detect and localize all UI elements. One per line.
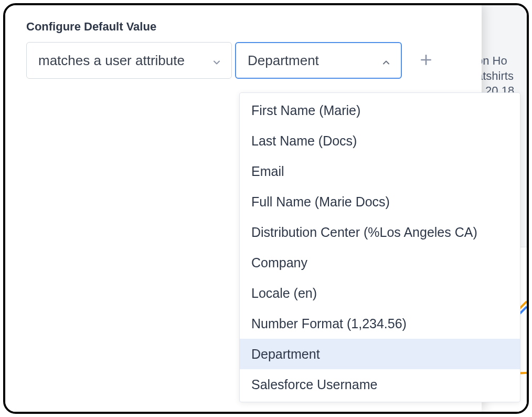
controls-row: matches a user attribute Department <box>26 42 461 79</box>
plus-icon <box>419 53 433 68</box>
dropdown-item[interactable]: Last Name (Docs) <box>240 126 520 156</box>
dropdown-item[interactable]: Department <box>240 339 520 369</box>
window-frame: on Ho atshirts s 20.18 ees 81 s 19 Confi… <box>3 3 529 414</box>
dropdown-item[interactable]: Number Format (1,234.56) <box>240 308 520 339</box>
config-panel: Configure Default Value matches a user a… <box>5 5 482 412</box>
bg-text-line: atshirts <box>476 69 527 84</box>
condition-select-value: matches a user attribute <box>38 53 205 69</box>
add-button[interactable] <box>414 49 438 72</box>
chevron-up-icon <box>381 55 391 66</box>
section-title: Configure Default Value <box>26 20 461 34</box>
dropdown-item[interactable]: Company <box>240 247 520 278</box>
dropdown-item[interactable]: Distribution Center (%Los Angeles CA) <box>240 217 520 247</box>
dropdown-item[interactable]: Salesforce Username <box>240 369 520 400</box>
attribute-select[interactable]: Department <box>235 42 402 79</box>
bg-text-line: on Ho <box>476 54 527 69</box>
attribute-select-value: Department <box>248 53 375 69</box>
attribute-dropdown: First Name (Marie)Last Name (Docs)EmailF… <box>239 92 520 402</box>
dropdown-item[interactable]: Email <box>240 156 520 186</box>
condition-select[interactable]: matches a user attribute <box>26 42 232 79</box>
chevron-down-icon <box>211 55 222 66</box>
dropdown-item[interactable]: First Name (Marie) <box>240 95 520 126</box>
dropdown-item[interactable]: Locale (en) <box>240 278 520 308</box>
dropdown-item[interactable]: Full Name (Marie Docs) <box>240 186 520 217</box>
